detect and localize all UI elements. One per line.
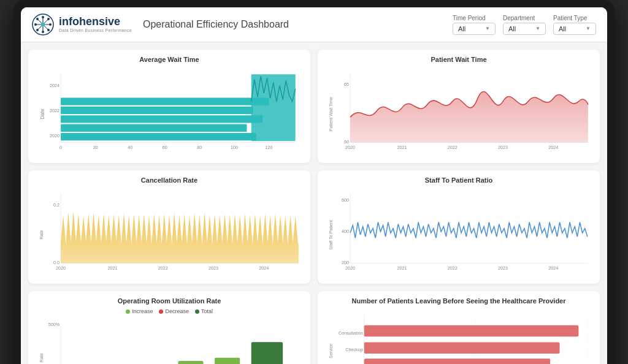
patient-wait-time-title: Patient Wait Time — [326, 56, 591, 63]
svg-point-9 — [49, 23, 52, 26]
svg-rect-29 — [61, 115, 262, 123]
svg-point-13 — [36, 29, 39, 31]
svg-point-8 — [34, 23, 37, 26]
svg-text:Patient Wait Time: Patient Wait Time — [328, 97, 334, 131]
svg-rect-72 — [178, 361, 203, 364]
svg-text:2022: 2022 — [158, 265, 168, 271]
svg-text:Consultation: Consultation — [339, 330, 363, 336]
filter-department: Department All ▼ — [503, 15, 546, 35]
svg-text:Rate: Rate — [39, 354, 44, 363]
filter-department-label: Department — [503, 15, 546, 21]
avg-wait-time-chart: Date 2020 2022 2024 0 20 40 60 80 — [37, 67, 302, 158]
logo-name: infohensive — [59, 16, 132, 28]
filter-time-period-select[interactable]: All ▼ — [453, 23, 496, 35]
svg-text:65: 65 — [344, 82, 349, 87]
cancellation-rate-svg: Rate 0.0 0.2 2020 2021 2022 2023 2024 — [37, 188, 302, 279]
or-utilization-card: Operating Room Utilization Rate Increase… — [28, 291, 310, 364]
svg-text:20: 20 — [93, 145, 98, 150]
svg-text:Rate: Rate — [39, 230, 44, 240]
svg-text:2021: 2021 — [397, 145, 407, 150]
svg-text:2022: 2022 — [448, 145, 458, 150]
screen: infohensive Data Driven Business Perform… — [21, 7, 607, 364]
or-legend: Increase Decrease Total — [37, 308, 302, 314]
patients-leaving-card: Number of Patients Leaving Before Seeing… — [318, 291, 600, 364]
logo-text-block: infohensive Data Driven Business Perform… — [59, 16, 132, 32]
patient-wait-time-card: Patient Wait Time Patient Wait Time 60 6… — [318, 50, 600, 163]
avg-wait-time-title: Average Wait Time — [37, 56, 302, 63]
increase-dot — [126, 309, 130, 314]
chevron-down-icon: ▼ — [485, 26, 490, 31]
svg-text:2023: 2023 — [209, 265, 218, 271]
svg-text:0.2: 0.2 — [53, 202, 59, 208]
svg-rect-74 — [251, 342, 283, 364]
patient-wait-time-chart: Patient Wait Time 60 65 2020 2021 2022 2… — [326, 67, 591, 158]
svg-point-7 — [42, 31, 44, 33]
legend-total: Total — [195, 308, 213, 314]
filter-bar: Time Period All ▼ Department All ▼ Patie… — [453, 15, 596, 35]
patient-wait-time-svg: Patient Wait Time 60 65 2020 2021 2022 2… — [326, 67, 591, 158]
svg-text:2022: 2022 — [50, 108, 59, 113]
svg-text:2020: 2020 — [345, 265, 355, 271]
logo-tagline: Data Driven Business Performance — [59, 28, 132, 33]
svg-rect-30 — [61, 107, 253, 114]
staff-patient-ratio-card: Staff To Patient Ratio Staff To Patient … — [318, 170, 600, 284]
dashboard-grid: Average Wait Time Date 2020 2022 2024 0 — [21, 42, 607, 364]
svg-text:0: 0 — [59, 145, 62, 150]
svg-text:2020: 2020 — [50, 133, 59, 138]
filter-patient-type-label: Patient Type — [553, 15, 596, 21]
svg-rect-27 — [61, 133, 256, 140]
patients-leaving-svg: Service Consultation Checkup Surgery 0% … — [326, 308, 591, 364]
svg-text:Staff To Patient: Staff To Patient — [328, 220, 334, 249]
svg-text:2020: 2020 — [56, 265, 66, 271]
filter-patient-type: Patient Type All ▼ — [553, 15, 596, 35]
patients-leaving-chart: Service Consultation Checkup Surgery 0% … — [326, 308, 591, 364]
svg-point-10 — [36, 18, 39, 20]
svg-text:100: 100 — [231, 145, 238, 150]
svg-text:2021: 2021 — [397, 265, 407, 271]
avg-wait-time-card: Average Wait Time Date 2020 2022 2024 0 — [28, 50, 310, 163]
svg-text:2024: 2024 — [50, 83, 59, 88]
svg-rect-73 — [215, 358, 240, 364]
cancellation-rate-chart: Rate 0.0 0.2 2020 2021 2022 2023 2024 — [37, 188, 302, 279]
svg-text:2024: 2024 — [548, 145, 558, 150]
svg-text:2021: 2021 — [107, 265, 117, 271]
legend-decrease: Decrease — [159, 308, 189, 314]
filter-patient-type-select[interactable]: All ▼ — [553, 23, 596, 35]
svg-text:400: 400 — [342, 229, 349, 234]
or-utilization-svg: Rate 0% 500% — [37, 317, 302, 364]
svg-rect-92 — [364, 325, 579, 337]
logo-area: infohensive Data Driven Business Perform… — [32, 13, 132, 36]
chevron-down-icon: ▼ — [586, 26, 591, 31]
filter-time-period-label: Time Period — [453, 15, 496, 21]
cancellation-rate-title: Cancellation Rate — [37, 176, 302, 184]
total-dot — [195, 309, 199, 314]
patients-leaving-title: Number of Patients Leaving Before Seeing… — [326, 297, 591, 305]
svg-text:500%: 500% — [48, 322, 60, 328]
chevron-down-icon: ▼ — [535, 26, 540, 31]
header: infohensive Data Driven Business Perform… — [21, 7, 607, 42]
svg-point-6 — [42, 16, 44, 18]
svg-text:2024: 2024 — [259, 265, 269, 271]
svg-text:2020: 2020 — [345, 145, 355, 150]
device-frame: infohensive Data Driven Business Perform… — [13, 0, 615, 364]
svg-text:2024: 2024 — [548, 265, 558, 271]
filter-department-select[interactable]: All ▼ — [503, 23, 546, 35]
svg-text:60: 60 — [163, 145, 167, 150]
svg-rect-28 — [61, 124, 247, 132]
svg-text:80: 80 — [197, 145, 202, 150]
svg-rect-94 — [364, 359, 550, 364]
filter-time-period: Time Period All ▼ — [453, 15, 496, 35]
svg-text:Service: Service — [328, 344, 334, 358]
cancellation-rate-card: Cancellation Rate Rate 0.0 0.2 2020 2021… — [28, 170, 310, 284]
svg-point-5 — [41, 23, 45, 26]
legend-increase: Increase — [126, 308, 153, 314]
staff-patient-ratio-chart: Staff To Patient 200 400 600 2020 2021 2… — [326, 188, 591, 279]
svg-text:Date: Date — [40, 108, 45, 119]
svg-text:600: 600 — [342, 197, 349, 203]
svg-text:2022: 2022 — [448, 265, 458, 271]
svg-point-12 — [47, 18, 50, 20]
svg-rect-31 — [61, 97, 269, 105]
or-utilization-chart: Rate 0% 500% — [37, 317, 302, 364]
svg-text:2023: 2023 — [498, 265, 508, 271]
staff-patient-ratio-title: Staff To Patient Ratio — [326, 176, 591, 184]
